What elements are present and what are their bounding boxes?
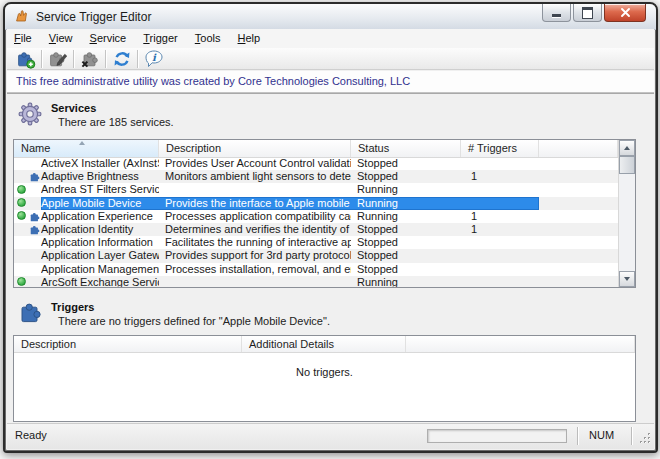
add-trigger-button[interactable] (13, 49, 39, 69)
status-text: Ready (15, 429, 47, 441)
edit-trigger-button[interactable] (45, 49, 71, 69)
column-header-description[interactable]: Description (159, 140, 351, 157)
column-header-status[interactable]: Status (351, 140, 461, 157)
menu-help[interactable]: Help (231, 29, 268, 46)
triggers-section-title: Triggers (51, 301, 94, 313)
refresh-icon (113, 50, 131, 68)
scroll-down-button[interactable] (619, 271, 635, 287)
service-trigger-count (461, 197, 539, 210)
service-description: Processes installation, removal, and enu… (159, 263, 351, 276)
running-indicator-icon (17, 211, 26, 220)
service-row[interactable]: Adaptive Brightness Monitors ambient lig… (14, 170, 618, 183)
service-trigger-count (461, 183, 539, 196)
column-header-trigger-description[interactable]: Description (14, 336, 242, 352)
services-section-subtitle: There are 185 services. (58, 116, 174, 128)
info-text: This free administrative utility was cre… (16, 75, 410, 87)
trigger-puzzle-icon (29, 224, 40, 235)
service-name: Application Experience (41, 210, 159, 223)
services-list: ActiveX Installer (AxInstSV) Provides Us… (14, 157, 618, 287)
service-name: Application Layer Gateway Servi... (41, 249, 159, 262)
service-description (159, 276, 351, 287)
vertical-scrollbar[interactable] (618, 140, 635, 287)
service-status: Stopped (351, 170, 461, 183)
status-bar: Ready NUM (7, 423, 654, 449)
menu-trigger[interactable]: Trigger (136, 29, 184, 46)
service-description: Facilitates the running of interactive a… (159, 236, 351, 249)
about-button[interactable]: i (141, 49, 167, 69)
window-controls (542, 4, 646, 22)
delete-trigger-button[interactable] (77, 49, 103, 69)
toolbar-separator (137, 50, 139, 68)
service-status: Stopped (351, 157, 461, 170)
toolbar: i (7, 48, 654, 70)
service-row[interactable]: Application Layer Gateway Servi... Provi… (14, 249, 618, 262)
service-name: Application Management (41, 263, 159, 276)
service-trigger-count (461, 276, 539, 287)
service-row[interactable]: Application Identity Determines and veri… (14, 223, 618, 236)
scroll-up-button[interactable] (619, 140, 635, 156)
service-description: Provides the interface to Apple mobile d… (159, 197, 351, 210)
service-description: Provides support for 3rd party protocol … (159, 249, 351, 262)
triggers-puzzle-icon (19, 300, 43, 328)
resize-grip[interactable] (639, 432, 652, 447)
column-header-blank (539, 140, 618, 157)
service-name: Adaptive Brightness (41, 170, 159, 183)
service-status: Stopped (351, 223, 461, 236)
app-logo-icon (14, 8, 30, 24)
titlebar[interactable]: Service Trigger Editor (5, 4, 656, 30)
main-panel: Services There are 185 services. Name De… (7, 93, 654, 424)
refresh-button[interactable] (109, 49, 135, 69)
service-row[interactable]: Andrea ST Filters Service Running (14, 183, 618, 196)
service-trigger-count: 1 (461, 170, 539, 183)
column-header-additional-details[interactable]: Additional Details (242, 336, 406, 352)
trigger-puzzle-icon (29, 171, 40, 182)
service-name: ArcSoft Exchange Service (41, 276, 159, 287)
triggers-table: Description Additional Details No trigge… (13, 335, 636, 422)
app-window: Service Trigger Editor File View Service… (3, 2, 658, 453)
minimize-icon (552, 14, 561, 18)
service-row-selected[interactable]: Apple Mobile Device Provides the interfa… (14, 197, 618, 210)
services-table-header: Name Description Status # Triggers (14, 140, 618, 158)
services-section-title: Services (51, 102, 96, 114)
service-trigger-count (461, 157, 539, 170)
menu-file[interactable]: File (7, 29, 39, 46)
service-trigger-count (461, 236, 539, 249)
services-gear-icon (17, 101, 43, 131)
service-row[interactable]: ArcSoft Exchange Service Running (14, 276, 618, 287)
scroll-up-icon (624, 146, 630, 150)
menu-view[interactable]: View (42, 29, 80, 46)
triggers-section-subtitle: There are no triggers defined for "Apple… (58, 315, 330, 327)
service-row[interactable]: Application Information Facilitates the … (14, 236, 618, 249)
service-trigger-count (461, 249, 539, 262)
menu-service[interactable]: Service (83, 29, 134, 46)
column-header-triggers[interactable]: # Triggers (461, 140, 539, 157)
service-row[interactable]: ActiveX Installer (AxInstSV) Provides Us… (14, 157, 618, 170)
maximize-button[interactable] (573, 4, 602, 22)
service-row[interactable]: Application Management Processes install… (14, 263, 618, 276)
close-button[interactable] (604, 4, 646, 22)
service-name: Apple Mobile Device (41, 197, 159, 210)
menu-tools[interactable]: Tools (188, 29, 228, 46)
client-area: File View Service Trigger Tools Help (7, 29, 654, 449)
service-name: Application Information (41, 236, 159, 249)
service-status: Running (351, 183, 461, 196)
column-header-blank (406, 336, 635, 352)
scroll-down-icon (624, 277, 630, 281)
toolbar-separator (105, 50, 107, 68)
column-header-name[interactable]: Name (14, 140, 159, 157)
scrollbar-thumb[interactable] (619, 156, 635, 174)
statusbar-separator (577, 427, 579, 445)
trigger-puzzle-icon (29, 211, 40, 222)
service-description: Monitors ambient light sensors to detect… (159, 170, 351, 183)
statusbar-separator (631, 427, 633, 445)
close-icon (620, 7, 631, 18)
service-status: Stopped (351, 249, 461, 262)
service-row[interactable]: Application Experience Processes applica… (14, 210, 618, 223)
service-description (159, 183, 351, 196)
service-status: Stopped (351, 236, 461, 249)
triggers-table-header: Description Additional Details (14, 336, 635, 353)
service-description: Processes application compatibility cach… (159, 210, 351, 223)
info-bar: This free administrative utility was cre… (7, 71, 654, 93)
add-trigger-icon (16, 49, 36, 69)
minimize-button[interactable] (542, 4, 571, 22)
